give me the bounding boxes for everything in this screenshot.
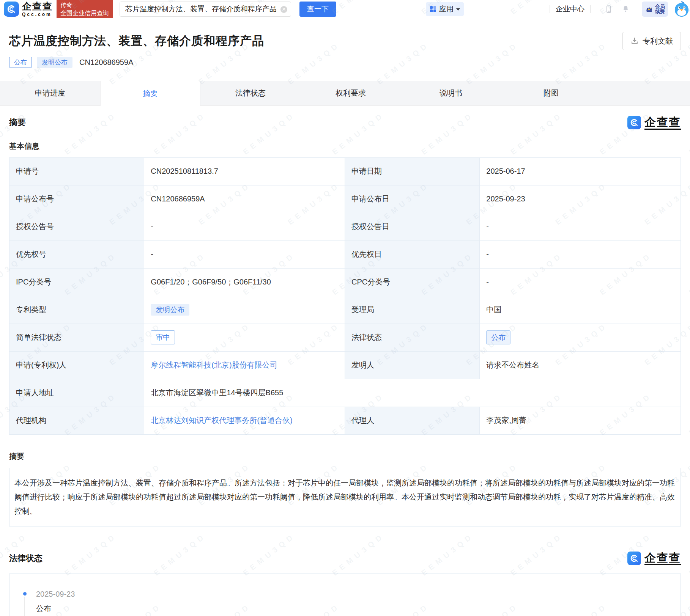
patent-type-tag: 发明公布 <box>37 57 72 68</box>
qcc-brand-mark: 企查查 <box>627 116 681 130</box>
vip-renew-button[interactable]: 会员 续费 <box>642 2 668 17</box>
table-row: 申请(专利权)人摩尔线程智能科技(北京)股份有限公司发明人请求不公布姓名 <box>9 352 681 379</box>
download-icon <box>630 37 639 45</box>
timeline-item: 2025-09-23公布 <box>23 590 681 614</box>
table-row: 申请公布号CN120686959A申请公布日2025-09-23 <box>9 185 681 213</box>
table-row: 授权公告号-授权公告日- <box>9 213 681 241</box>
tab-附图[interactable]: 附图 <box>501 81 601 105</box>
field-value: - <box>480 241 681 268</box>
field-value: G06F1/20；G06F9/50；G06F11/30 <box>144 269 345 296</box>
field-label: 法律状态 <box>345 324 480 351</box>
entity-link[interactable]: 摩尔线程智能科技(北京)股份有限公司 <box>151 360 277 370</box>
field-value: - <box>480 269 681 296</box>
section-title-legal: 法律状态 <box>9 553 43 564</box>
slogan-badge: 传奇 全国企业信用查询 <box>57 0 113 18</box>
field-label: 简单法律状态 <box>9 324 144 351</box>
field-label: 申请号 <box>9 158 144 185</box>
mascot-helper-icon[interactable] <box>673 0 690 18</box>
qcc-brand-icon <box>627 552 641 565</box>
table-row: 代理机构北京林达刘知识产权代理事务所(普通合伙)代理人李茂家,周蕾 <box>9 407 681 434</box>
field-label: CPC分类号 <box>345 269 480 296</box>
field-value: CN120686959A <box>144 185 345 213</box>
field-value: - <box>144 213 345 240</box>
field-value: 2025-09-23 <box>480 185 681 213</box>
apps-grid-icon <box>430 6 436 13</box>
section-title-abstract: 摘要 <box>9 117 26 128</box>
publish-status-tag: 公布 <box>9 57 32 68</box>
tab-bar: 申请进度摘要法律状态权利要求说明书附图 <box>0 81 690 106</box>
basic-info-table: 申请号CN202510811813.7申请日期2025-06-17申请公布号CN… <box>9 157 681 435</box>
qcc-logo[interactable]: 企查查 Qcc.com 传奇 全国企业信用查询 <box>4 0 113 18</box>
search-button[interactable]: 查一下 <box>299 2 336 17</box>
table-row: 专利类型发明公布受理局中国 <box>9 296 681 324</box>
search-input[interactable] <box>120 5 291 13</box>
field-label: 优先权日 <box>345 241 480 268</box>
table-row: 优先权号-优先权日- <box>9 241 681 269</box>
field-label: 授权公告日 <box>345 213 480 240</box>
legal-timeline: 2025-09-23公布 <box>23 590 681 614</box>
entity-link[interactable]: 北京林达刘知识产权代理事务所(普通合伙) <box>151 415 292 426</box>
field-value: 摩尔线程智能科技(北京)股份有限公司 <box>144 352 345 379</box>
search-box[interactable]: ✕ <box>120 2 291 17</box>
field-value: 公布 <box>480 324 681 351</box>
timeline-status: 公布 <box>36 603 681 614</box>
patent-number: CN120686959A <box>79 58 133 67</box>
qcc-brand-icon <box>627 116 641 129</box>
legal-status-box: 2025-09-23公布 <box>9 574 681 616</box>
clear-search-icon[interactable]: ✕ <box>280 6 287 13</box>
field-label: IPC分类号 <box>9 269 144 296</box>
field-value: 李茂家,周蕾 <box>480 407 681 434</box>
patent-doc-button[interactable]: 专利文献 <box>622 32 681 50</box>
basic-info-heading: 基本信息 <box>9 141 681 151</box>
field-label: 专利类型 <box>9 296 144 324</box>
field-value: 北京市海淀区翠微中里14号楼四层B655 <box>144 379 681 407</box>
field-value: - <box>144 241 345 268</box>
tab-说明书[interactable]: 说明书 <box>401 81 501 105</box>
tab-权利要求[interactable]: 权利要求 <box>301 81 401 105</box>
field-value: 请求不公布姓名 <box>480 352 681 379</box>
abstract-text: 本公开涉及一种芯片温度控制方法、装置、存储介质和程序产品。所述方法包括：对于芯片… <box>9 468 681 526</box>
field-value: 北京林达刘知识产权代理事务所(普通合伙) <box>144 407 345 434</box>
field-value: - <box>480 213 681 240</box>
abstract-heading: 摘要 <box>9 451 681 462</box>
type-chip[interactable]: 发明公布 <box>151 304 189 316</box>
site-header: 企查查 Qcc.com 传奇 全国企业信用查询 ✕ 查一下 应用 企业中心 <box>0 0 690 18</box>
logo-subtitle: Qcc.com <box>22 12 53 17</box>
enterprise-center-link[interactable]: 企业中心 <box>556 4 584 14</box>
tab-申请进度[interactable]: 申请进度 <box>0 81 100 105</box>
crown-icon <box>645 5 654 13</box>
field-label: 受理局 <box>345 296 480 324</box>
table-row: 申请人地址北京市海淀区翠微中里14号楼四层B655 <box>9 379 681 407</box>
chevron-down-icon <box>456 8 460 11</box>
field-label: 发明人 <box>345 352 480 379</box>
field-label: 申请人地址 <box>9 379 144 407</box>
timeline-date: 2025-09-23 <box>36 590 681 599</box>
table-row: 简单法律状态审中法律状态公布 <box>9 324 681 352</box>
qcc-logo-icon <box>4 2 19 17</box>
field-label: 申请(专利权)人 <box>9 352 144 379</box>
qcc-brand-mark: 企查查 <box>627 552 681 566</box>
field-value: 审中 <box>144 324 345 351</box>
notification-bell-icon[interactable] <box>621 5 630 14</box>
tab-摘要[interactable]: 摘要 <box>100 81 200 106</box>
field-label: 申请公布日 <box>345 185 480 213</box>
field-value: 发明公布 <box>144 296 345 324</box>
table-row: IPC分类号G06F1/20；G06F9/50；G06F11/30CPC分类号- <box>9 269 681 296</box>
status-badge: 审中 <box>151 330 175 344</box>
timeline-dot-icon <box>23 592 27 596</box>
tab-法律状态[interactable]: 法律状态 <box>200 81 301 105</box>
field-label: 申请公布号 <box>9 185 144 213</box>
field-value: 2025-06-17 <box>480 158 681 185</box>
page-title: 芯片温度控制方法、装置、存储介质和程序产品 <box>9 33 264 49</box>
apps-menu-button[interactable]: 应用 <box>426 2 464 16</box>
field-label: 授权公告号 <box>9 213 144 240</box>
field-label: 代理人 <box>345 407 480 434</box>
field-label: 代理机构 <box>9 407 144 434</box>
logo-title: 企查查 <box>22 2 53 11</box>
status-badge: 公布 <box>486 330 510 344</box>
field-value: CN202510811813.7 <box>144 158 345 185</box>
mobile-app-icon[interactable] <box>605 5 613 14</box>
field-value: 中国 <box>480 296 681 324</box>
field-label: 申请日期 <box>345 158 480 185</box>
field-label: 优先权号 <box>9 241 144 268</box>
